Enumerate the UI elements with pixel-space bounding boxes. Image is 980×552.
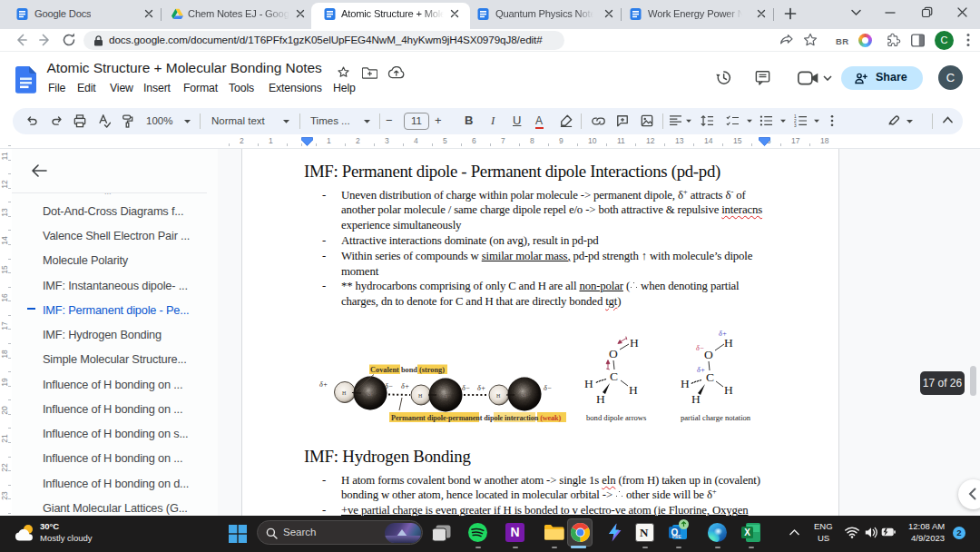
svg-text:H: H: [724, 336, 733, 350]
svg-text:Covalent bond (strong): Covalent bond (strong): [370, 366, 445, 374]
svg-text:H: H: [418, 393, 423, 399]
svg-text:H: H: [342, 390, 347, 396]
svg-text:partial charge notation: partial charge notation: [681, 413, 750, 422]
svg-text:C: C: [610, 370, 618, 383]
svg-text:H: H: [724, 383, 733, 397]
svg-text:H: H: [496, 393, 501, 399]
svg-text:δ+: δ+: [401, 382, 409, 390]
svg-text:δ−: δ−: [544, 384, 552, 392]
svg-text:δ−: δ−: [696, 344, 704, 352]
svg-text:δ−: δ−: [462, 384, 470, 392]
svg-text:O: O: [704, 348, 713, 361]
svg-text:bond dipole arrows: bond dipole arrows: [586, 413, 647, 422]
svg-text:Permanent dipole-permanent dip: Permanent dipole-permanent dipole intera…: [391, 414, 562, 422]
svg-text:H: H: [630, 336, 639, 350]
svg-text:O: O: [609, 347, 618, 360]
svg-text:δ+: δ+: [697, 366, 705, 374]
svg-text:δ−: δ−: [385, 382, 393, 390]
svg-text:C: C: [706, 370, 714, 384]
svg-text:H: H: [596, 392, 605, 406]
svg-text:δ+: δ+: [319, 380, 328, 389]
svg-text:H: H: [629, 383, 638, 397]
svg-text:δ+: δ+: [719, 330, 727, 338]
svg-text:H: H: [691, 392, 701, 406]
svg-text:δ+: δ+: [477, 384, 485, 392]
svg-text:3: 3: [794, 123, 797, 127]
svg-text:H: H: [584, 377, 593, 390]
svg-text:H: H: [681, 377, 690, 390]
